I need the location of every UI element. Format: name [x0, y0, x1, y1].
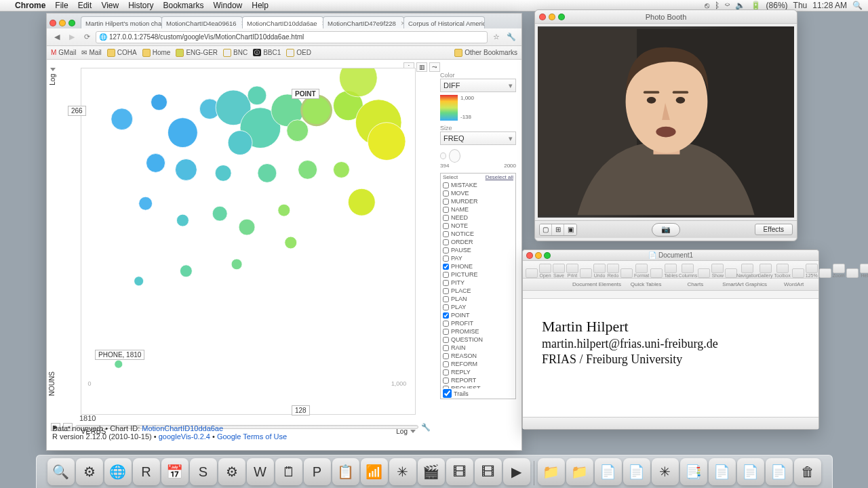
tab-2[interactable]: MotionChartID10dda6ae× [242, 16, 323, 28]
select-item[interactable]: PHONE [441, 262, 515, 270]
bm-mail[interactable]: ✉Mail [81, 49, 101, 56]
back-icon[interactable]: ◀ [51, 31, 63, 43]
select-item[interactable]: QUESTION [441, 336, 515, 344]
select-checkbox[interactable] [443, 256, 449, 262]
select-checkbox[interactable] [443, 312, 449, 319]
dock-app-icon[interactable]: 📋 [332, 458, 359, 485]
dock-app-icon[interactable]: R [133, 458, 160, 485]
select-item[interactable]: PROFIT [441, 319, 515, 327]
star-icon[interactable]: ☆ [490, 31, 502, 43]
dock-app-icon[interactable]: W [247, 458, 274, 485]
bluetooth-icon[interactable]: ᛒ [715, 1, 719, 10]
select-item[interactable]: NEED [441, 214, 515, 222]
select-item[interactable]: PAUSE [441, 246, 515, 254]
select-checkbox[interactable] [443, 182, 449, 188]
select-item[interactable]: NOTICE [441, 230, 515, 238]
select-checkbox[interactable] [443, 239, 449, 245]
select-item[interactable]: POINT [441, 311, 515, 319]
word-tb-redo[interactable]: Redo [607, 264, 619, 278]
select-checkbox[interactable] [443, 361, 449, 367]
dock-app-icon[interactable]: 🔍 [47, 458, 75, 485]
word-tb-show[interactable]: Show [711, 264, 724, 278]
select-checkbox[interactable] [443, 353, 449, 359]
dock-app-icon[interactable]: 📄 [709, 458, 736, 485]
dock-app-icon[interactable]: 📶 [361, 458, 388, 485]
menu-history[interactable]: History [128, 1, 153, 10]
dock-app-icon[interactable]: 🎞 [475, 458, 502, 485]
bm-eng[interactable]: ENG-GER [176, 49, 218, 57]
select-item[interactable]: MOVE [441, 189, 515, 197]
word-tb-columns[interactable]: Columns [679, 264, 696, 278]
select-checkbox[interactable] [443, 329, 449, 335]
word-tb-save[interactable]: Save [553, 264, 565, 278]
select-item[interactable]: MURDER [441, 197, 515, 205]
scatter-plot[interactable]: 500100 5010 51 0 01,000 [81, 68, 416, 415]
select-checkbox[interactable] [443, 304, 449, 310]
select-checkbox[interactable] [443, 223, 449, 229]
ribbon-tab[interactable]: SmartArt Graphics [720, 281, 770, 287]
tab-1[interactable]: MotionChartID4ea09616× [161, 16, 243, 28]
dock-app-icon[interactable]: 🌐 [104, 458, 132, 485]
pb-shutter-button[interactable]: 📷 [652, 223, 680, 237]
forward-icon[interactable]: ▶ [66, 31, 78, 43]
tos-link[interactable]: Google Terms of Use [217, 432, 287, 441]
dock-app-icon[interactable]: 📁 [538, 458, 565, 485]
menu-bookmarks[interactable]: Bookmarks [163, 1, 204, 10]
bm-bbc1[interactable]: ⓘBBC1 [253, 49, 281, 56]
word-tb-open[interactable]: Open [539, 264, 551, 278]
ribbon-tab[interactable]: Quick Tables [621, 281, 671, 287]
select-item[interactable]: PLAY [441, 303, 515, 311]
volume-icon[interactable]: 🔈 [735, 1, 745, 10]
bm-coha[interactable]: COHA [107, 49, 137, 57]
select-checkbox[interactable] [443, 378, 449, 384]
window-zoom-icon[interactable] [68, 20, 75, 26]
menu-file[interactable]: File [55, 1, 68, 10]
battery-icon[interactable]: 🔋 [751, 1, 761, 10]
select-checkbox[interactable] [443, 199, 449, 205]
select-checkbox[interactable] [443, 288, 449, 294]
select-item[interactable]: PAY [441, 254, 515, 262]
color-selector[interactable]: DIFF [440, 79, 516, 92]
select-item[interactable]: NAME [441, 205, 515, 214]
dock-app-icon[interactable]: S [190, 458, 217, 485]
menu-window[interactable]: Window [214, 1, 243, 10]
settings-icon[interactable]: 🔧 [421, 423, 431, 432]
menu-help[interactable]: Help [252, 1, 269, 10]
dock-app-icon[interactable]: P [304, 458, 331, 485]
select-checkbox[interactable] [443, 215, 449, 221]
dock-app-icon[interactable]: 🗒 [275, 458, 302, 485]
deselect-all-link[interactable]: Deselect all [486, 174, 513, 180]
bm-bnc[interactable]: BNC [223, 49, 248, 57]
word-tb-format[interactable]: Format [634, 264, 649, 278]
dock-app-icon[interactable]: ⚙︎ [76, 458, 103, 485]
dock-app-icon[interactable]: 📁 [566, 458, 593, 485]
window-close-icon[interactable] [539, 14, 546, 20]
y-axis-label[interactable]: Log [49, 74, 56, 85]
pb-video-icon[interactable]: ▣ [564, 224, 576, 235]
dock-app-icon[interactable]: 🎞 [446, 458, 473, 485]
select-item[interactable]: ORDER [441, 238, 515, 246]
select-checkbox[interactable] [443, 321, 449, 327]
reload-icon[interactable]: ⟳ [81, 31, 93, 43]
select-checkbox[interactable] [443, 264, 449, 270]
select-item[interactable]: PLACE [441, 287, 515, 295]
word-tb-toolbox[interactable]: Toolbox [774, 264, 791, 278]
word-tb-gallery[interactable]: Gallery [757, 264, 772, 278]
menu-view[interactable]: View [101, 1, 119, 10]
select-checkbox[interactable] [443, 280, 449, 286]
select-item[interactable]: PICTURE [441, 270, 515, 279]
bm-oed[interactable]: OED [286, 49, 311, 57]
select-checkbox[interactable] [443, 345, 449, 351]
word-tb-help[interactable]: Help [860, 264, 868, 278]
menu-edit[interactable]: Edit [78, 1, 92, 10]
select-list[interactable]: MISTAKEMOVEMURDERNAMENEEDNOTENOTICEORDER… [441, 181, 515, 388]
chart-id-link[interactable]: MotionChartID10dda6ae [142, 424, 223, 432]
wrench-icon[interactable]: 🔧 [505, 31, 517, 43]
tab-0[interactable]: Martin Hilpert's motion cha…× [81, 16, 162, 28]
word-tb-undo[interactable]: Undo [593, 264, 606, 278]
dock-app-icon[interactable]: 📄 [595, 458, 622, 485]
window-zoom-icon[interactable] [558, 14, 565, 20]
select-item[interactable]: PROMISE [441, 327, 515, 336]
word-tb-tables[interactable]: Tables [664, 264, 677, 278]
word-tb-125%[interactable]: 125% [806, 264, 818, 278]
